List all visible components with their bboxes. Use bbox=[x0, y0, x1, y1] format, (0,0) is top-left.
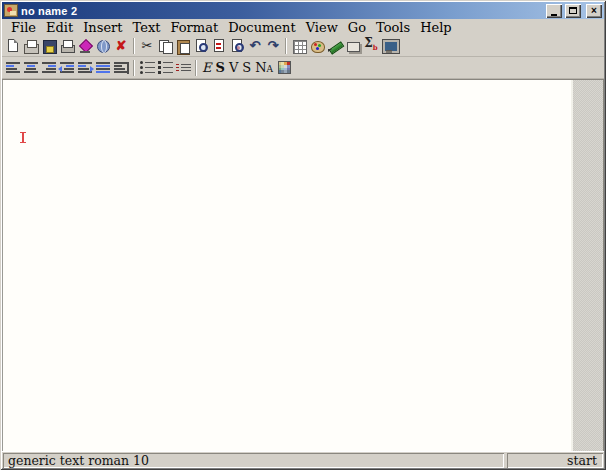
no-indentation-icon bbox=[113, 60, 129, 76]
paste-icon bbox=[175, 38, 191, 54]
minimize-button[interactable] bbox=[546, 4, 562, 18]
save-button[interactable] bbox=[40, 37, 58, 55]
vertical-scrollbar[interactable] bbox=[571, 80, 604, 451]
description-icon bbox=[176, 60, 191, 76]
menu-file[interactable]: File bbox=[6, 20, 41, 35]
maximize-icon bbox=[569, 7, 577, 14]
indent-left-icon bbox=[59, 60, 75, 76]
menu-help[interactable]: Help bbox=[415, 20, 457, 35]
new-document-button[interactable] bbox=[4, 37, 22, 55]
insert-image-button[interactable] bbox=[308, 37, 326, 55]
redo-button[interactable]: ↷ bbox=[264, 37, 282, 55]
redo-icon: ↷ bbox=[268, 38, 279, 54]
enumerate-icon bbox=[158, 60, 173, 76]
main-toolbar: ✘ ✂ ↶ ↷ Σb bbox=[2, 35, 604, 57]
new-document-icon bbox=[5, 38, 21, 54]
insert-table-button[interactable] bbox=[290, 37, 308, 55]
toolbar-separator bbox=[285, 38, 287, 54]
align-center-icon bbox=[23, 60, 39, 76]
replace-icon bbox=[211, 38, 227, 54]
document-area bbox=[2, 79, 604, 451]
indent-right-icon bbox=[77, 60, 93, 76]
copy-button[interactable] bbox=[156, 37, 174, 55]
menu-go[interactable]: Go bbox=[343, 20, 371, 35]
image-palette-icon bbox=[309, 38, 325, 54]
menu-document[interactable]: Document bbox=[223, 20, 301, 35]
text-color-button[interactable] bbox=[275, 59, 293, 77]
titlebar[interactable]: no name 2 × bbox=[2, 2, 604, 19]
toolbar-separator bbox=[195, 60, 197, 76]
spell-check-icon bbox=[229, 38, 245, 54]
menu-insert[interactable]: Insert bbox=[78, 20, 127, 35]
app-window: no name 2 × File Edit Insert Text Format… bbox=[0, 0, 606, 470]
web-browse-button[interactable] bbox=[94, 37, 112, 55]
replace-button[interactable] bbox=[210, 37, 228, 55]
close-button[interactable]: × bbox=[586, 4, 602, 18]
pen-link-icon bbox=[327, 38, 343, 54]
undo-icon: ↶ bbox=[250, 38, 261, 54]
insert-link-button[interactable] bbox=[326, 37, 344, 55]
menu-edit[interactable]: Edit bbox=[41, 20, 78, 35]
math-sigma-icon: Σb bbox=[364, 35, 377, 56]
find-icon bbox=[193, 38, 209, 54]
format-toolbar: E S V S Na bbox=[2, 57, 604, 79]
spell-check-button[interactable] bbox=[228, 37, 246, 55]
app-icon[interactable] bbox=[4, 4, 18, 17]
statusbar: generic text roman 10 start bbox=[2, 451, 604, 468]
align-right-button[interactable] bbox=[40, 59, 58, 77]
indent-right-button[interactable] bbox=[76, 59, 94, 77]
toolbar-separator bbox=[133, 38, 135, 54]
menu-view[interactable]: View bbox=[301, 20, 343, 35]
justify-icon bbox=[95, 60, 111, 76]
export-button[interactable] bbox=[76, 37, 94, 55]
indent-left-button[interactable] bbox=[58, 59, 76, 77]
cut-button[interactable]: ✂ bbox=[138, 37, 156, 55]
find-button[interactable] bbox=[192, 37, 210, 55]
minimize-icon bbox=[551, 14, 557, 16]
switch-icon bbox=[345, 38, 361, 54]
itemize-button[interactable] bbox=[138, 59, 156, 77]
close-document-icon: ✘ bbox=[116, 38, 127, 54]
save-icon bbox=[41, 38, 57, 54]
align-center-button[interactable] bbox=[22, 59, 40, 77]
print-button[interactable] bbox=[58, 37, 76, 55]
document-canvas[interactable] bbox=[2, 80, 571, 451]
open-document-button[interactable] bbox=[22, 37, 40, 55]
status-position: start bbox=[507, 453, 603, 468]
undo-button[interactable]: ↶ bbox=[246, 37, 264, 55]
emphasize-button[interactable]: E bbox=[200, 59, 214, 77]
close-icon: × bbox=[591, 6, 597, 16]
window-title: no name 2 bbox=[21, 5, 543, 17]
itemize-icon bbox=[140, 60, 155, 76]
text-caret bbox=[20, 132, 27, 143]
cut-icon: ✂ bbox=[142, 38, 153, 54]
close-document-button[interactable]: ✘ bbox=[112, 37, 130, 55]
align-left-button[interactable] bbox=[4, 59, 22, 77]
monitor-icon bbox=[381, 38, 397, 54]
paste-button[interactable] bbox=[174, 37, 192, 55]
menu-text[interactable]: Text bbox=[128, 20, 166, 35]
insert-math-button[interactable]: Σb bbox=[362, 37, 380, 55]
maximize-button[interactable] bbox=[565, 4, 581, 18]
print-icon bbox=[59, 38, 75, 54]
open-document-icon bbox=[23, 38, 39, 54]
justify-button[interactable] bbox=[94, 59, 112, 77]
color-grid-icon bbox=[278, 61, 291, 74]
no-indentation-button[interactable] bbox=[112, 59, 130, 77]
verbatim-button[interactable]: V bbox=[227, 59, 240, 77]
menu-format[interactable]: Format bbox=[165, 20, 223, 35]
insert-switch-button[interactable] bbox=[344, 37, 362, 55]
enumerate-button[interactable] bbox=[156, 59, 174, 77]
menu-tools[interactable]: Tools bbox=[371, 20, 415, 35]
align-right-icon bbox=[41, 60, 57, 76]
strong-button[interactable]: S bbox=[214, 59, 227, 77]
copy-icon bbox=[157, 38, 173, 54]
description-button[interactable] bbox=[174, 59, 192, 77]
export-icon bbox=[77, 38, 93, 54]
name-button[interactable]: Na bbox=[253, 59, 275, 77]
sample-button[interactable]: S bbox=[240, 59, 253, 77]
insert-session-button[interactable] bbox=[380, 37, 398, 55]
table-icon bbox=[291, 38, 307, 54]
menubar: File Edit Insert Text Format Document Vi… bbox=[2, 19, 604, 35]
align-left-icon bbox=[5, 60, 21, 76]
